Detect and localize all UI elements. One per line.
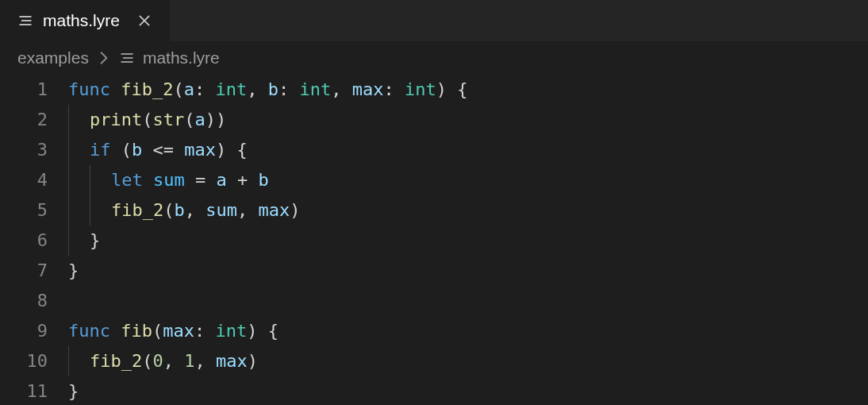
line-number: 2 — [0, 105, 68, 135]
token: fib — [121, 316, 152, 346]
token: max — [216, 346, 248, 376]
token: fib_2 — [111, 195, 163, 226]
token: ) { — [436, 75, 468, 105]
token — [143, 165, 153, 195]
breadcrumb-folder[interactable]: examples — [17, 48, 89, 68]
token: sum — [205, 195, 237, 226]
code-content: func fib_2(a: int, b: int, max: int) { — [68, 75, 467, 105]
token: ) { — [216, 135, 248, 165]
token: , — [237, 195, 259, 226]
tab-label: maths.lyre — [43, 11, 120, 30]
token: ( — [163, 195, 174, 226]
token: a — [217, 165, 227, 195]
tab-bar: maths.lyre — [0, 0, 868, 41]
code-content: print(str(a)) — [68, 105, 226, 135]
breadcrumb: examples maths.lyre — [0, 41, 868, 75]
token: b — [268, 75, 278, 105]
token: } — [90, 226, 100, 256]
token: func — [68, 316, 110, 346]
token: ( — [152, 316, 163, 346]
token: ) — [248, 346, 258, 376]
code-line[interactable]: 11} — [0, 376, 868, 405]
code-content: } — [68, 226, 100, 256]
file-icon — [17, 13, 33, 29]
token: 1 — [184, 346, 194, 376]
token: + — [227, 165, 259, 195]
line-number: 7 — [0, 256, 68, 286]
code-line[interactable]: 7} — [0, 256, 868, 286]
code-line[interactable]: 8 — [0, 286, 868, 316]
token: : — [194, 316, 216, 346]
code-content: fib_2(0, 1, max) — [68, 346, 258, 376]
token: , — [247, 75, 268, 105]
token: int — [299, 75, 331, 105]
code-line[interactable]: 9func fib(max: int) { — [0, 316, 868, 346]
token: <= — [142, 135, 184, 165]
code-content: func fib(max: int) { — [68, 316, 278, 346]
token: : — [194, 75, 216, 105]
token: max — [184, 135, 216, 165]
line-number: 11 — [0, 376, 68, 405]
chevron-right-icon — [97, 51, 111, 65]
token: )) — [205, 105, 227, 135]
close-icon[interactable] — [134, 10, 155, 31]
token: max — [163, 316, 194, 346]
token: fib_2 — [121, 75, 173, 105]
token: int — [405, 75, 436, 105]
code-line[interactable]: 4 let sum = a + b — [0, 165, 868, 195]
token: let — [111, 165, 143, 195]
code-content: let sum = a + b — [68, 165, 269, 195]
token: ( — [184, 105, 194, 135]
token: } — [68, 376, 79, 405]
token: b — [259, 165, 269, 195]
breadcrumb-file[interactable]: maths.lyre — [143, 48, 220, 68]
code-line[interactable]: 3 if (b <= max) { — [0, 135, 868, 165]
code-line[interactable]: 5 fib_2(b, sum, max) — [0, 195, 868, 226]
code-content: fib_2(b, sum, max) — [68, 195, 300, 226]
code-line[interactable]: 10 fib_2(0, 1, max) — [0, 346, 868, 376]
token: ( — [173, 75, 183, 105]
token: 0 — [152, 346, 163, 376]
token: b — [132, 135, 142, 165]
code-line[interactable]: 1func fib_2(a: int, b: int, max: int) { — [0, 75, 868, 105]
line-number: 6 — [0, 226, 68, 256]
line-number: 5 — [0, 195, 68, 226]
line-number: 4 — [0, 165, 68, 195]
token: a — [184, 75, 194, 105]
code-editor[interactable]: 1func fib_2(a: int, b: int, max: int) {2… — [0, 75, 868, 405]
token: a — [194, 105, 205, 135]
token: func — [68, 75, 110, 105]
token: = — [185, 165, 217, 195]
token: b — [174, 195, 184, 226]
token: , — [163, 346, 185, 376]
code-content: } — [68, 256, 79, 286]
token: max — [352, 75, 384, 105]
line-number: 9 — [0, 316, 68, 346]
token — [110, 75, 121, 105]
code-content: if (b <= max) { — [68, 135, 248, 165]
code-line[interactable]: 6 } — [0, 226, 868, 256]
token: fib_2 — [90, 346, 142, 376]
token: print — [90, 105, 142, 135]
code-line[interactable]: 2 print(str(a)) — [0, 105, 868, 135]
code-content: } — [68, 376, 79, 405]
token: , — [331, 75, 352, 105]
token: if — [90, 135, 111, 165]
line-number: 8 — [0, 286, 68, 316]
token: : — [278, 75, 300, 105]
token: max — [258, 195, 290, 226]
token: : — [383, 75, 405, 105]
tab-maths-lyre[interactable]: maths.lyre — [0, 0, 170, 41]
token: int — [215, 316, 247, 346]
token: str — [152, 105, 184, 135]
token: int — [215, 75, 247, 105]
token: ) — [290, 195, 300, 226]
token: , — [185, 195, 206, 226]
token: sum — [153, 165, 185, 195]
token — [110, 316, 121, 346]
line-number: 1 — [0, 75, 68, 105]
token: ( — [142, 105, 152, 135]
token: ) { — [247, 316, 278, 346]
line-number: 10 — [0, 346, 68, 376]
token: ( — [142, 346, 152, 376]
